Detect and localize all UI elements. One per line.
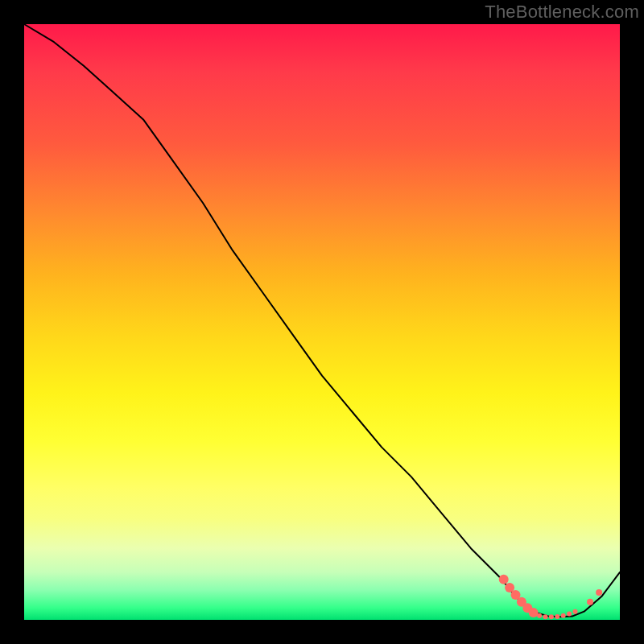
chart-frame: TheBottleneck.com — [0, 0, 644, 644]
marker-dot — [543, 614, 548, 619]
plot-area — [24, 24, 620, 620]
marker-dot — [549, 614, 554, 619]
marker-dot — [587, 599, 593, 605]
marker-dot — [561, 613, 566, 618]
marker-dot — [573, 609, 578, 614]
marker-dot — [567, 612, 572, 617]
marker-dot — [529, 608, 539, 617]
watermark-text: TheBottleneck.com — [485, 2, 639, 23]
marker-dot — [499, 575, 509, 584]
curve-line — [24, 24, 620, 617]
marker-dot — [596, 589, 602, 596]
plot-svg — [24, 24, 620, 620]
marker-dot — [537, 613, 542, 618]
marker-dot — [555, 614, 559, 619]
